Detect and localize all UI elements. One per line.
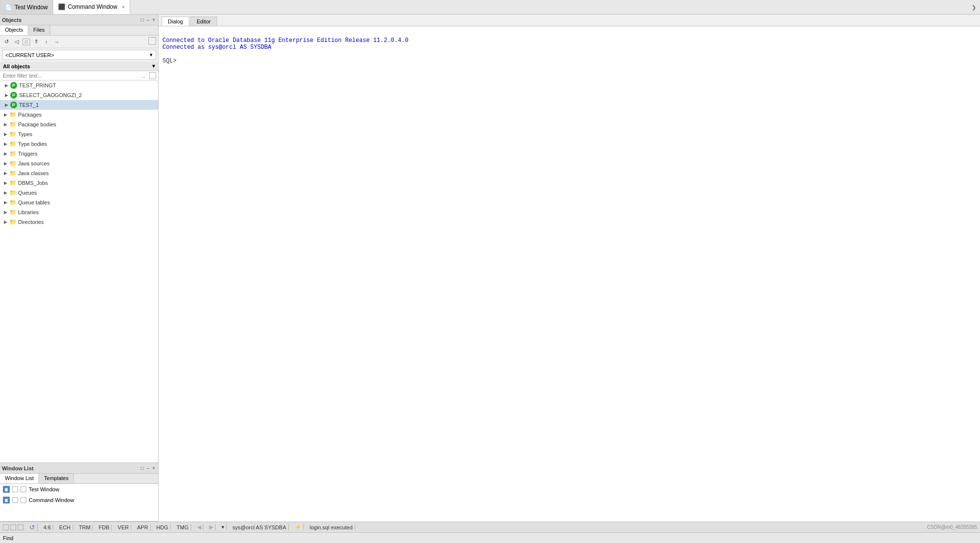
status-checkbox2[interactable] bbox=[10, 524, 16, 530]
expand-icon-directories[interactable]: ▶ bbox=[2, 220, 9, 224]
sort-up-icon[interactable]: ⇑ bbox=[32, 38, 40, 46]
folder-icon-queues: 📁 bbox=[9, 189, 17, 197]
tab-test-window-label: Test Window bbox=[15, 4, 48, 11]
window-list-panel-controls: □ – × bbox=[140, 465, 156, 471]
tree-item-types[interactable]: ▶ 📁 Types bbox=[0, 129, 158, 139]
filter-icon[interactable]: ↑ bbox=[42, 38, 51, 46]
window-icon[interactable]: □ bbox=[22, 39, 30, 45]
tree-item-libraries[interactable]: ▶ 📁 Libraries bbox=[0, 207, 158, 217]
tree-item-directories[interactable]: ▶ 📁 Directories bbox=[0, 217, 158, 227]
expand-icon-types[interactable]: ▶ bbox=[2, 132, 9, 137]
status-trm[interactable]: TRM bbox=[77, 524, 93, 530]
wl-icon-test: 📋 bbox=[3, 486, 10, 493]
arrow-icon[interactable]: → bbox=[52, 38, 61, 46]
status-spinner-icon: ↺ bbox=[27, 523, 38, 531]
sub-tab-objects[interactable]: Objects bbox=[0, 25, 28, 35]
checkbox-all[interactable] bbox=[148, 37, 156, 45]
refresh-icon[interactable]: ↺ bbox=[2, 38, 11, 46]
wl-restore-btn[interactable]: □ bbox=[140, 465, 145, 471]
expand-icon-packages[interactable]: ▶ bbox=[2, 112, 9, 117]
status-arrow-icon: ⚡ bbox=[293, 524, 304, 530]
objects-panel-close-btn[interactable]: × bbox=[151, 17, 156, 22]
dialog-tabs: Dialog Editor bbox=[159, 15, 980, 26]
tree-item-java-sources[interactable]: ▶ 📁 Java sources bbox=[0, 159, 158, 168]
expand-icon-select-gaogongzi[interactable]: ▶ bbox=[3, 93, 10, 98]
window-list-panel: Window List □ – × Window List Templates … bbox=[0, 463, 158, 522]
status-dropdown-btn[interactable]: ▾ bbox=[220, 524, 227, 530]
filter-input[interactable] bbox=[0, 71, 139, 80]
tab-command-window-close[interactable]: × bbox=[121, 4, 124, 10]
command-output[interactable]: Connected to Oracle Database 11g Enterpr… bbox=[159, 26, 980, 522]
wl-close-btn[interactable]: × bbox=[151, 465, 156, 471]
all-objects-header[interactable]: All objects ▾ bbox=[0, 61, 158, 71]
status-ver[interactable]: VER bbox=[116, 524, 131, 530]
tree-item-java-classes[interactable]: ▶ 📁 Java classes bbox=[0, 168, 158, 178]
tree-item-queues[interactable]: ▶ 📁 Queues bbox=[0, 188, 158, 198]
status-apr[interactable]: APR bbox=[135, 524, 151, 530]
tree-label-types: Types bbox=[18, 131, 32, 137]
objects-panel-restore-btn[interactable]: □ bbox=[140, 17, 145, 22]
tree-item-dbms-jobs[interactable]: ▶ 📁 DBMS_Jobs bbox=[0, 178, 158, 188]
tree-label-test-1: TEST_1 bbox=[19, 102, 39, 108]
expand-icon-package-bodies[interactable]: ▶ bbox=[2, 122, 9, 127]
expand-icon-test-1[interactable]: ▶ bbox=[3, 102, 10, 107]
sub-tab-files[interactable]: Files bbox=[28, 25, 50, 35]
wl-pin-btn[interactable]: – bbox=[146, 465, 151, 471]
expand-icon-test-pringt[interactable]: ▶ bbox=[3, 83, 10, 88]
status-fdb[interactable]: FDB bbox=[97, 524, 112, 530]
status-next-btn[interactable]: ▶ bbox=[207, 524, 216, 530]
status-play-btn[interactable]: ◀ bbox=[195, 524, 203, 530]
user-selector[interactable]: <CURRENT USER> ▾ bbox=[2, 50, 156, 60]
filter-more-btn[interactable]: ... bbox=[139, 72, 147, 80]
expand-icon-java-classes[interactable]: ▶ bbox=[2, 171, 9, 176]
expand-icon-java-sources[interactable]: ▶ bbox=[2, 161, 9, 166]
all-objects-label: All objects bbox=[3, 63, 30, 69]
tab-command-window[interactable]: ⬛ Command Window × bbox=[53, 0, 130, 14]
status-login: login.sql executed bbox=[308, 524, 355, 530]
tree-item-type-bodies[interactable]: ▶ 📁 Type bodies bbox=[0, 139, 158, 149]
status-position: 4:6 bbox=[41, 524, 53, 530]
expand-icon-triggers[interactable]: ▶ bbox=[2, 151, 9, 156]
objects-panel-header: Objects □ – × bbox=[0, 15, 158, 25]
tree-label-queues: Queues bbox=[18, 190, 37, 196]
tree-item-package-bodies[interactable]: ▶ 📁 Package bodies bbox=[0, 120, 158, 129]
dialog-tab-editor[interactable]: Editor bbox=[190, 17, 217, 26]
window-list-item-command-window[interactable]: 📋 Command Window bbox=[0, 495, 158, 505]
status-checkbox1[interactable] bbox=[3, 524, 9, 530]
status-tmg[interactable]: TMG bbox=[175, 524, 191, 530]
status-ech[interactable]: ECH bbox=[57, 524, 73, 530]
back-icon[interactable]: ◁ bbox=[12, 38, 21, 46]
filter-bar: ... bbox=[0, 71, 158, 80]
tree-item-triggers[interactable]: ▶ 📁 Triggers bbox=[0, 149, 158, 159]
command-window-icon: ⬛ bbox=[58, 3, 65, 10]
wl-checkbox-command[interactable] bbox=[12, 497, 18, 503]
filter-checkbox[interactable] bbox=[149, 72, 156, 79]
tree-item-test-1[interactable]: ▶ P TEST_1 bbox=[0, 100, 158, 110]
status-watermark: CSDN@m0_48355265 bbox=[927, 524, 977, 530]
wl-checkbox2-test[interactable] bbox=[20, 486, 26, 492]
wl-checkbox-test[interactable] bbox=[12, 486, 18, 492]
tab-expand-icon[interactable]: ❯ bbox=[972, 4, 976, 10]
dialog-tab-dialog[interactable]: Dialog bbox=[161, 17, 189, 26]
sub-tab-templates[interactable]: Templates bbox=[39, 474, 74, 483]
sub-tab-window-list[interactable]: Window List bbox=[0, 474, 39, 483]
window-list-item-test-window[interactable]: 📋 Test Window bbox=[0, 484, 158, 495]
expand-icon-queues[interactable]: ▶ bbox=[2, 190, 9, 195]
expand-icon-libraries[interactable]: ▶ bbox=[2, 210, 9, 215]
tree-item-queue-tables[interactable]: ▶ 📁 Queue tables bbox=[0, 198, 158, 207]
objects-panel-pin-btn[interactable]: – bbox=[146, 17, 151, 22]
status-hdg[interactable]: HDG bbox=[155, 524, 171, 530]
procedure-icon-select-gaogongzi: P bbox=[10, 91, 18, 99]
status-checkbox3[interactable] bbox=[18, 524, 23, 530]
tree-item-test-pringt[interactable]: ▶ P TEST_PRINGT bbox=[0, 80, 158, 90]
expand-icon-type-bodies[interactable]: ▶ bbox=[2, 141, 9, 146]
tree-item-packages[interactable]: ▶ 📁 Packages bbox=[0, 110, 158, 120]
expand-icon-queue-tables[interactable]: ▶ bbox=[2, 200, 9, 205]
window-list-content: 📋 Test Window 📋 Command Window bbox=[0, 484, 158, 521]
expand-icon-dbms-jobs[interactable]: ▶ bbox=[2, 181, 9, 185]
tab-test-window[interactable]: 📄 Test Window bbox=[0, 0, 53, 14]
tree-item-select-gaogongzi[interactable]: ▶ P SELECT_GAOGONGZI_2 bbox=[0, 90, 158, 100]
tree-label-java-classes: Java classes bbox=[18, 170, 49, 176]
wl-checkbox2-command[interactable] bbox=[20, 497, 26, 503]
tree-label-libraries: Libraries bbox=[18, 209, 39, 215]
